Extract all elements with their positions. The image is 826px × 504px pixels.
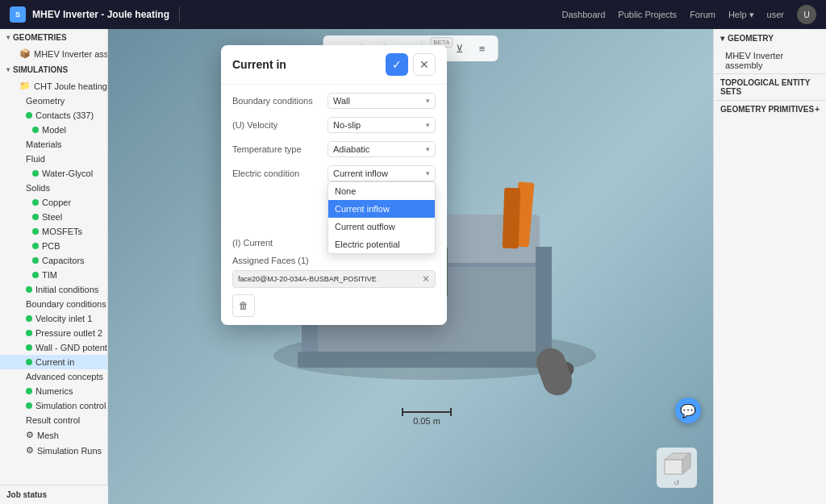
svg-text:↺: ↺ — [674, 479, 680, 487]
user-avatar[interactable]: U — [797, 5, 816, 24]
viewport: ⊞ ⚙ ⚙ ⊡ ↗ BETA ⊻ ≡ — [108, 29, 713, 504]
select-velocity[interactable]: No-slip ▾ — [327, 117, 436, 133]
sidebar-item-sim-control[interactable]: Simulation control — [0, 398, 107, 413]
viewport-btn-more[interactable]: ≡ — [473, 39, 492, 58]
sidebar-item-mhev-assembly[interactable]: 📦 MHEV Inverter assembly — [0, 46, 107, 61]
svg-rect-5 — [536, 247, 552, 356]
logo-area: S MHEV Inverter - Joule heating — [10, 6, 180, 23]
modal-close-button[interactable]: ✕ — [413, 53, 436, 76]
sidebar-item-capacitors[interactable]: Capacitors — [0, 253, 107, 268]
sidebar-item-fluid[interactable]: Fluid — [0, 152, 107, 166]
geometry-header-label: GEOMETRY — [728, 34, 774, 43]
right-section-primitives[interactable]: GEOMETRY PRIMITIVES + — [714, 100, 826, 118]
form-row-boundary: Boundary conditions Wall ▾ — [232, 93, 436, 109]
sidebar-item-wall-gnd[interactable]: Wall - GND potential — [0, 340, 107, 355]
sidebar-item-mosfets[interactable]: MOSFETs — [0, 224, 107, 239]
sidebar-item-advanced[interactable]: Advanced concepts — [0, 369, 107, 384]
sidebar-item-water-glycol[interactable]: Water-Glycol — [0, 166, 107, 181]
select-boundary[interactable]: Wall ▾ — [327, 93, 436, 109]
dropdown-option-none[interactable]: None — [328, 182, 435, 200]
right-item-mhev[interactable]: MHEV Inverter assembly — [714, 48, 826, 73]
sidebar-item-contacts[interactable]: Contacts (337) — [0, 108, 107, 123]
chevron-boundary: ▾ — [426, 97, 430, 105]
green-dot-contacts — [26, 112, 32, 119]
job-status-label: Job status — [0, 485, 108, 504]
right-section-geometry-header[interactable]: ▾ GEOMETRY — [714, 29, 826, 48]
sidebar-item-materials[interactable]: Materials — [0, 137, 107, 152]
assigned-faces-label: Assigned Faces (1) — [232, 256, 436, 265]
delete-face-button[interactable]: 🗑 — [232, 294, 255, 317]
modal-header: Current in ✓ ✕ — [221, 45, 447, 85]
sidebar-item-pressure-outlet[interactable]: Pressure outlet 2 — [0, 326, 107, 340]
dropdown-option-current-outflow[interactable]: Current outflow — [328, 218, 435, 235]
svg-rect-10 — [503, 187, 521, 248]
primitives-expand-icon: + — [815, 105, 820, 114]
right-sidebar: ▾ GEOMETRY MHEV Inverter assembly TOPOLO… — [713, 29, 826, 504]
sidebar-item-sim-runs[interactable]: ⚙ Simulation Runs — [0, 443, 107, 458]
sidebar-item-geometry[interactable]: Geometry — [0, 94, 107, 108]
form-row-temperature: Temperature type Adiabatic ▾ — [232, 141, 436, 157]
dropdown-electric-menu: None Current inflow Current outflow Elec… — [327, 181, 436, 254]
sidebar-item-mesh[interactable]: ⚙ Mesh — [0, 427, 107, 443]
face-tag-text: face20@MJ-20-034A-BUSBAR_POSITIVE — [238, 275, 377, 283]
label-boundary: Boundary conditions — [232, 96, 321, 106]
nav-forum[interactable]: Forum — [690, 10, 715, 19]
right-section-topo[interactable]: TOPOLOGICAL ENTITY SETS — [714, 73, 826, 100]
modal-body: Boundary conditions Wall ▾ (U) Velocity … — [221, 85, 447, 325]
select-temperature[interactable]: Adiabatic ▾ — [327, 141, 436, 157]
select-electric[interactable]: Current inflow ▾ — [327, 165, 436, 181]
chevron-temperature: ▾ — [426, 145, 430, 153]
chat-bubble-btn[interactable]: 💬 — [675, 398, 701, 423]
green-dot-wg — [32, 170, 39, 177]
sidebar-item-velocity-inlet[interactable]: Velocity inlet 1 — [0, 311, 107, 326]
sidebar-item-copper[interactable]: Copper — [0, 195, 107, 210]
left-sidebar: ▾ GEOMETRIES 📦 MHEV Inverter assembly ▾ … — [0, 29, 108, 504]
modal-title: Current in — [232, 58, 286, 71]
sidebar-item-tim[interactable]: TIM — [0, 268, 107, 282]
sidebar-item-pcb[interactable]: PCB — [0, 239, 107, 253]
axes-widget: ↺ — [653, 444, 701, 492]
label-current: (I) Current — [232, 238, 321, 248]
nav-dashboard[interactable]: Dashboard — [562, 10, 606, 19]
nav-public-projects[interactable]: Public Projects — [618, 10, 677, 19]
svg-rect-28 — [665, 460, 682, 474]
nav-help[interactable]: Help ▾ — [728, 10, 754, 20]
sidebar-section-geometries[interactable]: ▾ GEOMETRIES — [0, 29, 107, 46]
chevron-electric: ▾ — [426, 169, 430, 177]
sidebar-item-result-control[interactable]: Result control — [0, 413, 107, 427]
nav-user[interactable]: user — [767, 10, 784, 19]
app-title: MHEV Inverter - Joule heating — [32, 9, 169, 20]
face-tag: face20@MJ-20-034A-BUSBAR_POSITIVE ✕ — [232, 270, 436, 288]
main-layout: ▾ GEOMETRIES 📦 MHEV Inverter assembly ▾ … — [0, 29, 826, 504]
label-electric: Electric condition — [232, 169, 321, 178]
modal-header-actions: ✓ ✕ — [386, 53, 436, 76]
svg-rect-6 — [298, 352, 548, 368]
svg-text:0.05 m: 0.05 m — [413, 416, 440, 426]
sidebar-item-boundary-conds[interactable]: Boundary conditions — [0, 297, 107, 311]
sidebar-item-steel[interactable]: Steel — [0, 210, 107, 224]
sidebar-item-current-in[interactable]: Current in — [0, 355, 107, 369]
modal-current-in: Current in ✓ ✕ Boundary conditions Wall … — [221, 45, 447, 325]
label-temperature: Temperature type — [232, 144, 321, 154]
sidebar-item-model[interactable]: Model — [0, 123, 107, 137]
app-logo-icon: S — [10, 6, 26, 23]
dropdown-electric-container: Current inflow ▾ None Current inflow Cur… — [327, 165, 436, 181]
dropdown-option-electric-potential[interactable]: Electric potential — [328, 235, 435, 253]
arrow-geometry: ▾ — [720, 34, 724, 43]
dropdown-option-current-inflow[interactable]: Current inflow — [328, 200, 435, 218]
form-row-electric: Electric condition Current inflow ▾ None… — [232, 165, 436, 181]
chevron-velocity: ▾ — [426, 121, 430, 129]
sidebar-section-simulations[interactable]: ▾ SIMULATIONS — [0, 61, 107, 78]
top-navbar: S MHEV Inverter - Joule heating Dashboar… — [0, 0, 826, 29]
sidebar-item-solids[interactable]: Solids — [0, 181, 107, 195]
sidebar-item-numerics[interactable]: Numerics — [0, 384, 107, 398]
face-tag-remove-button[interactable]: ✕ — [422, 273, 430, 285]
assigned-faces-section: Assigned Faces (1) face20@MJ-20-034A-BUS… — [232, 256, 436, 317]
sidebar-item-cht[interactable]: 📁 CHT Joule heating — [0, 78, 107, 94]
modal-confirm-button[interactable]: ✓ — [386, 53, 408, 76]
green-dot-model — [32, 127, 39, 133]
form-row-velocity: (U) Velocity No-slip ▾ — [232, 117, 436, 133]
label-velocity: (U) Velocity — [232, 120, 321, 130]
sidebar-item-initial-conds[interactable]: Initial conditions — [0, 282, 107, 297]
